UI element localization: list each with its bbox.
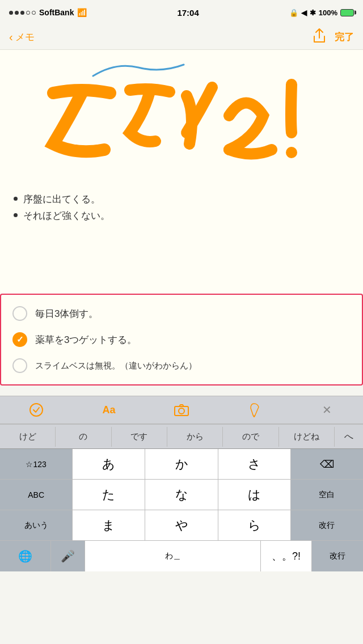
suggestion-arrow[interactable]: へ [335,431,363,443]
close-icon: ✕ [322,403,332,417]
svg-point-0 [286,147,297,158]
key-aiueo-label: あいう [24,520,48,531]
carrier-label: SoftBank [39,8,74,17]
key-backspace[interactable]: ⌫ [291,449,363,479]
keyboard: ☆123 あ か さ ⌫ ABC た な は 空白 [0,449,363,571]
key-enter-right[interactable]: 改行 [291,510,363,540]
key-は-label: は [248,486,261,503]
key-か[interactable]: か [145,449,218,479]
key-enter-right-label: 改行 [319,520,335,531]
key-microphone[interactable]: 🎤 [51,541,85,571]
checklist-text-2: 薬草を3つゲットする。 [35,333,137,346]
checklist-item-3[interactable]: スライムベスは無視。（違いがわからん） [1,353,362,379]
key-aiueo[interactable]: あいう [0,510,73,540]
key-あ[interactable]: あ [73,449,145,479]
microphone-icon: 🎤 [61,549,75,563]
key-ら-label: ら [248,517,261,534]
handwriting-area [14,59,349,184]
close-toolbar-button[interactable]: ✕ [314,397,339,422]
key-た-label: た [102,486,115,503]
status-time: 17:04 [177,8,199,18]
wifi-icon: 📶 [77,8,87,17]
checkbox-1[interactable] [12,306,27,321]
checklist-text-3: スライムベスは無視。（違いがわからん） [35,361,197,371]
bullet-dot-2 [14,213,18,217]
globe-icon: 🌐 [18,549,32,563]
status-bar: SoftBank 📶 17:04 🔒 ◀ ✱ 100% [0,0,363,25]
suggestion-から[interactable]: から [167,427,223,447]
suggestion-ので[interactable]: ので [223,427,278,447]
key-な-label: な [175,486,188,503]
spacer [0,385,363,396]
key-globe[interactable]: 🌐 [0,541,51,571]
bluetooth-icon: ✱ [310,9,316,17]
key-ま[interactable]: ま [73,510,145,540]
share-button[interactable] [313,28,326,46]
nav-bar: ‹ メモ 完了 [0,25,363,50]
dot4 [26,11,30,15]
checklist-item-2[interactable]: 薬草を3つゲットする。 [1,327,362,353]
pen-button[interactable] [242,397,267,422]
bullet-list: 序盤に出てくる。 それほど強くない。 [14,193,349,222]
key-123-label: ☆123 [26,460,46,469]
key-abc[interactable]: ABC [0,480,73,510]
note-content[interactable]: 序盤に出てくる。 それほど強くない。 [0,50,363,294]
dot3 [20,11,24,15]
nav-right: 完了 [313,28,354,46]
suggestion-bar: けど の です から ので けどね へ [0,424,363,449]
battery-label: 100% [319,9,337,17]
bullet-item-2: それほど強くない。 [14,209,349,222]
key-は[interactable]: は [218,480,291,510]
suggestion-けど[interactable]: けど [0,427,56,447]
suggestion-の[interactable]: の [56,427,111,447]
key-enter[interactable]: 改行 [312,541,363,571]
location-icon: ◀ [301,9,307,17]
text-format-button[interactable]: Aa [96,397,121,422]
backspace-icon: ⌫ [320,458,334,471]
signal-dots [9,11,36,15]
key-wa[interactable]: わ＿ [85,541,261,571]
lock-icon: 🔒 [289,9,298,17]
back-button[interactable]: ‹ メモ [9,31,35,44]
keyboard-row-1: ☆123 あ か さ ⌫ [0,449,363,480]
key-や-label: や [175,517,188,534]
toolbar: Aa ✕ [0,396,363,424]
checklist-text-1: 毎日3体倒す。 [35,307,98,320]
key-た[interactable]: た [73,480,145,510]
key-space-label: 空白 [319,490,335,500]
done-button[interactable]: 完了 [335,31,354,44]
key-123[interactable]: ☆123 [0,449,73,479]
checkbox-3[interactable] [12,358,27,373]
bullet-item-1: 序盤に出てくる。 [14,193,349,206]
bullet-text-2: それほど強くない。 [23,209,110,222]
key-ら[interactable]: ら [218,510,291,540]
status-left: SoftBank 📶 [9,8,87,17]
key-な[interactable]: な [145,480,218,510]
keyboard-row-3: あいう ま や ら 改行 [0,510,363,541]
back-label: メモ [15,31,35,44]
camera-button[interactable] [169,397,194,422]
keyboard-row-2: ABC た な は 空白 [0,480,363,510]
key-wa-label: わ＿ [165,551,181,561]
checklist-section: 毎日3体倒す。 薬草を3つゲットする。 スライムベスは無視。（違いがわからん） [0,294,363,385]
battery-icon [340,9,354,16]
key-や[interactable]: や [145,510,218,540]
keyboard-row-4: 🌐 🎤 わ＿ 、。?! 改行 [0,541,363,571]
checkbox-2[interactable] [12,332,27,347]
checklist-toolbar-button[interactable] [24,397,49,422]
title-svg [36,70,331,172]
key-さ-label: さ [248,456,261,473]
status-right: 🔒 ◀ ✱ 100% [289,9,354,17]
key-space[interactable]: 空白 [291,480,363,510]
key-あ-label: あ [102,456,115,473]
suggestion-けどね[interactable]: けどね [279,427,335,447]
suggestion-です[interactable]: です [112,427,167,447]
key-ま-label: ま [102,517,115,534]
checklist-item-1[interactable]: 毎日3体倒す。 [1,300,362,327]
key-さ[interactable]: さ [218,449,291,479]
key-punctuation[interactable]: 、。?! [261,541,312,571]
key-abc-label: ABC [28,490,44,499]
text-format-icon: Aa [102,404,115,416]
bullet-text-1: 序盤に出てくる。 [23,193,100,206]
chevron-left-icon: ‹ [9,31,13,44]
